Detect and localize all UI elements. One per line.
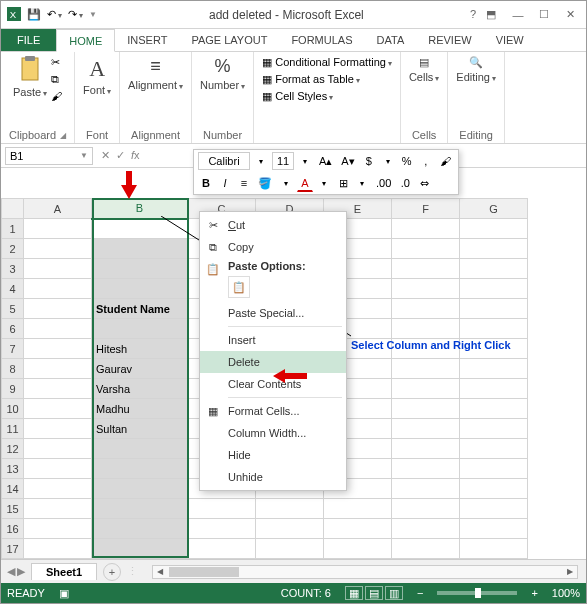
tab-page-layout[interactable]: PAGE LAYOUT xyxy=(179,29,279,51)
sheet-nav-next[interactable]: ▶ xyxy=(17,565,25,578)
name-box[interactable]: B1▼ xyxy=(5,147,93,165)
fx-icon[interactable]: fx xyxy=(131,149,140,162)
cell-b11[interactable]: Sultan xyxy=(92,419,188,439)
tab-insert[interactable]: INSERT xyxy=(115,29,179,51)
ctx-column-width[interactable]: Column Width... xyxy=(200,422,346,444)
ribbon-options-icon[interactable]: ⬒ xyxy=(486,8,496,21)
row-header[interactable]: 10 xyxy=(2,399,24,419)
row-header[interactable]: 3 xyxy=(2,259,24,279)
ctx-insert[interactable]: Insert xyxy=(200,329,346,351)
align-icon[interactable]: ≡ xyxy=(236,174,252,192)
cancel-formula-icon[interactable]: ✕ xyxy=(101,149,110,162)
help-icon[interactable]: ? xyxy=(470,8,476,21)
row-header[interactable]: 13 xyxy=(2,459,24,479)
row-header[interactable]: 16 xyxy=(2,519,24,539)
close-button[interactable]: ✕ xyxy=(558,5,582,25)
page-break-view-icon[interactable]: ▥ xyxy=(385,586,403,600)
cell-b9[interactable]: Varsha xyxy=(92,379,188,399)
row-header[interactable]: 7 xyxy=(2,339,24,359)
percent-format-icon[interactable]: % xyxy=(399,152,415,170)
border-icon[interactable]: ⊞ xyxy=(335,174,351,192)
ctx-format-cells[interactable]: ▦Format Cells... xyxy=(200,400,346,422)
copy-icon[interactable]: ⧉ xyxy=(51,73,62,86)
editing-button[interactable]: 🔍Editing xyxy=(456,56,496,83)
maximize-button[interactable]: ☐ xyxy=(532,5,556,25)
increase-decimal-icon[interactable]: .00 xyxy=(373,174,394,192)
enter-formula-icon[interactable]: ✓ xyxy=(116,149,125,162)
font-button[interactable]: AFont xyxy=(83,56,111,96)
zoom-level[interactable]: 100% xyxy=(552,587,580,599)
tab-formulas[interactable]: FORMULAS xyxy=(279,29,364,51)
tab-review[interactable]: REVIEW xyxy=(416,29,483,51)
cell-styles-button[interactable]: ▦ Cell Styles xyxy=(262,90,392,103)
normal-view-icon[interactable]: ▦ xyxy=(345,586,363,600)
redo-icon[interactable]: ↷ xyxy=(68,8,83,21)
comma-format-icon[interactable]: , xyxy=(418,152,434,170)
cell-b10[interactable]: Madhu xyxy=(92,399,188,419)
paste-button[interactable]: Paste xyxy=(13,56,47,98)
qat-customize-icon[interactable]: ▼ xyxy=(89,10,97,19)
tab-data[interactable]: DATA xyxy=(365,29,417,51)
tab-file[interactable]: FILE xyxy=(1,29,56,51)
format-painter-icon[interactable]: 🖌 xyxy=(51,90,62,102)
mini-font-select[interactable]: Calibri xyxy=(198,152,250,170)
save-icon[interactable]: 💾 xyxy=(27,8,41,21)
col-header-f[interactable]: F xyxy=(392,199,460,219)
format-as-table-button[interactable]: ▦ Format as Table xyxy=(262,73,392,86)
cell-b5[interactable]: Student Name xyxy=(92,299,188,319)
increase-font-icon[interactable]: A▴ xyxy=(316,152,335,170)
zoom-out-button[interactable]: − xyxy=(417,587,423,599)
tab-home[interactable]: HOME xyxy=(56,29,115,52)
zoom-in-button[interactable]: + xyxy=(531,587,537,599)
cells-button[interactable]: ▤Cells xyxy=(409,56,439,83)
ctx-hide[interactable]: Hide xyxy=(200,444,346,466)
horizontal-scrollbar[interactable]: ◀ ▶ xyxy=(152,565,578,579)
zoom-slider[interactable] xyxy=(437,591,517,595)
row-header[interactable]: 12 xyxy=(2,439,24,459)
merge-icon[interactable]: ⇔ xyxy=(416,174,432,192)
tab-view[interactable]: VIEW xyxy=(484,29,536,51)
macro-record-icon[interactable]: ▣ xyxy=(59,587,69,600)
cut-icon[interactable]: ✂ xyxy=(51,56,62,69)
mini-size-select[interactable]: 11 xyxy=(272,152,294,170)
ctx-copy[interactable]: ⧉Copy xyxy=(200,236,346,258)
bold-button[interactable]: B xyxy=(198,174,214,192)
page-layout-view-icon[interactable]: ▤ xyxy=(365,586,383,600)
select-all-corner[interactable] xyxy=(2,199,24,219)
italic-button[interactable]: I xyxy=(217,174,233,192)
minimize-button[interactable]: — xyxy=(506,5,530,25)
col-header-a[interactable]: A xyxy=(24,199,92,219)
decrease-decimal-icon[interactable]: .0 xyxy=(397,174,413,192)
row-header[interactable]: 5 xyxy=(2,299,24,319)
fill-color-icon[interactable]: 🪣 xyxy=(255,174,275,192)
row-header[interactable]: 15 xyxy=(2,499,24,519)
row-header[interactable]: 2 xyxy=(2,239,24,259)
ctx-unhide[interactable]: Unhide xyxy=(200,466,346,488)
row-header[interactable]: 17 xyxy=(2,539,24,559)
ctx-cut[interactable]: ✂Cut xyxy=(200,214,346,236)
row-header[interactable]: 4 xyxy=(2,279,24,299)
row-header[interactable]: 14 xyxy=(2,479,24,499)
row-header[interactable]: 8 xyxy=(2,359,24,379)
row-header[interactable]: 11 xyxy=(2,419,24,439)
font-color-icon[interactable]: A xyxy=(297,174,313,192)
new-sheet-button[interactable]: + xyxy=(103,563,121,581)
paste-option-all[interactable]: 📋 xyxy=(228,276,250,298)
cell-b8[interactable]: Gaurav xyxy=(92,359,188,379)
col-header-b[interactable]: B xyxy=(92,199,188,219)
conditional-formatting-button[interactable]: ▦ Conditional Formatting xyxy=(262,56,392,69)
col-header-g[interactable]: G xyxy=(460,199,528,219)
clipboard-launcher[interactable]: ◢ xyxy=(60,131,66,140)
accounting-format-icon[interactable]: $ xyxy=(361,152,377,170)
ctx-paste-special[interactable]: Paste Special... xyxy=(200,302,346,324)
decrease-font-icon[interactable]: A▾ xyxy=(338,152,357,170)
row-header[interactable]: 9 xyxy=(2,379,24,399)
format-painter-mini-icon[interactable]: 🖌 xyxy=(437,152,454,170)
sheet-tab-sheet1[interactable]: Sheet1 xyxy=(31,563,97,580)
alignment-button[interactable]: ≡Alignment xyxy=(128,56,183,91)
cell-b7[interactable]: Hitesh xyxy=(92,339,188,359)
number-button[interactable]: %Number xyxy=(200,56,245,91)
row-header[interactable]: 1 xyxy=(2,219,24,239)
undo-icon[interactable]: ↶ xyxy=(47,8,62,21)
sheet-nav-prev[interactable]: ◀ xyxy=(7,565,15,578)
